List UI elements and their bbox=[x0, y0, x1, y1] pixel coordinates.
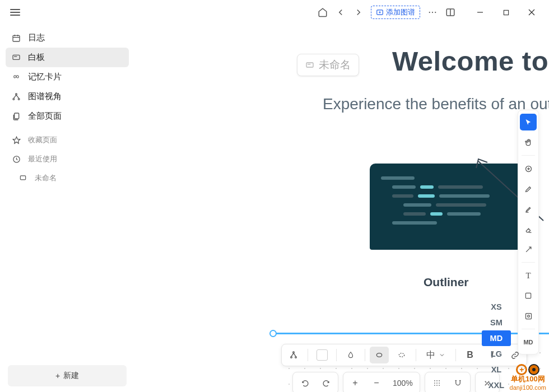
sidebar-item-all-pages[interactable]: 全部页面 bbox=[6, 106, 129, 126]
pages-icon bbox=[11, 111, 21, 122]
home-icon[interactable] bbox=[317, 7, 328, 18]
size-opt-md[interactable]: MD bbox=[482, 330, 511, 346]
select-tool[interactable] bbox=[520, 114, 537, 130]
add-tool[interactable] bbox=[520, 160, 537, 177]
size-opt-xs[interactable]: XS bbox=[482, 299, 511, 315]
shape-hierarchy-button[interactable] bbox=[284, 347, 303, 363]
svg-point-30 bbox=[291, 357, 292, 358]
doc-title-chip[interactable]: 未命名 bbox=[297, 54, 359, 76]
doc-title-label: 未命名 bbox=[319, 58, 351, 72]
forward-icon[interactable] bbox=[353, 7, 364, 18]
sidebar: 日志 白板 记忆卡片 图谱视角 全部页面 收藏页面 bbox=[0, 25, 134, 392]
hand-tool[interactable] bbox=[520, 134, 537, 151]
back-icon[interactable] bbox=[335, 7, 346, 18]
add-graph-label: 添加图谱 bbox=[386, 7, 415, 17]
grid-toggle-button[interactable] bbox=[426, 374, 448, 392]
outliner-label: Outliner bbox=[424, 276, 469, 289]
svg-point-3 bbox=[435, 12, 436, 13]
size-opt-xxl[interactable]: XXL bbox=[482, 377, 511, 392]
sidebar-item-untitled[interactable]: 未命名 bbox=[6, 169, 129, 188]
snap-toggle-button[interactable] bbox=[448, 374, 469, 392]
sidebar-item-whiteboard[interactable]: 白板 bbox=[6, 48, 129, 67]
sidebar-item-journal[interactable]: 日志 bbox=[6, 28, 129, 48]
svg-point-44 bbox=[439, 385, 440, 386]
svg-point-38 bbox=[439, 380, 440, 381]
sidebar-item-label: 图谱视角 bbox=[28, 91, 62, 102]
doc-icon bbox=[305, 60, 314, 69]
sidebar-item-recent[interactable]: 最近使用 bbox=[6, 150, 129, 169]
svg-point-36 bbox=[434, 380, 435, 381]
stroke-solid-button[interactable] bbox=[370, 347, 389, 363]
svg-marker-22 bbox=[13, 137, 20, 143]
font-family-button[interactable]: 中 bbox=[421, 347, 451, 363]
svg-point-40 bbox=[436, 382, 438, 384]
svg-point-43 bbox=[436, 385, 438, 386]
maximize-button[interactable] bbox=[493, 3, 519, 21]
whiteboard-icon bbox=[11, 53, 21, 63]
add-graph-button[interactable]: 添加图谱 bbox=[371, 6, 420, 19]
svg-point-42 bbox=[434, 385, 435, 386]
stroke-dashed-button[interactable] bbox=[392, 347, 411, 363]
doc-icon bbox=[18, 173, 28, 183]
history-icon bbox=[11, 154, 21, 164]
new-button[interactable]: + 新建 bbox=[8, 365, 127, 386]
eraser-tool[interactable] bbox=[520, 221, 537, 237]
hamburger-icon[interactable] bbox=[9, 6, 21, 18]
text-tool[interactable]: T bbox=[520, 267, 537, 284]
shape-tool[interactable] bbox=[520, 287, 537, 304]
svg-point-1 bbox=[429, 12, 430, 13]
redo-button[interactable] bbox=[315, 374, 337, 392]
size-opt-xl[interactable]: XL bbox=[482, 362, 511, 377]
tool-panel: T MD bbox=[518, 110, 539, 354]
calendar-icon bbox=[11, 33, 21, 43]
svg-point-2 bbox=[432, 12, 433, 13]
svg-rect-54 bbox=[525, 313, 531, 319]
svg-rect-10 bbox=[13, 35, 20, 41]
canvas-toolbar: + − 100% bbox=[292, 372, 500, 392]
svg-point-55 bbox=[527, 315, 529, 317]
svg-point-34 bbox=[376, 353, 381, 357]
zoom-out-button[interactable]: − bbox=[366, 374, 387, 392]
sidebar-item-graph[interactable]: 图谱视角 bbox=[6, 87, 129, 106]
size-opt-sm[interactable]: SM bbox=[482, 315, 511, 330]
bold-button[interactable]: B bbox=[460, 347, 480, 363]
canvas[interactable]: 未命名 Welcome to White Experience the bene… bbox=[134, 25, 549, 392]
plus-icon: + bbox=[55, 371, 60, 380]
sidebar-item-label: 最近使用 bbox=[28, 154, 57, 164]
zoom-level[interactable]: 100% bbox=[387, 374, 418, 392]
svg-line-20 bbox=[16, 95, 19, 98]
sidebar-item-flashcards[interactable]: 记忆卡片 bbox=[6, 67, 129, 87]
sidebar-item-label: 白板 bbox=[28, 52, 45, 63]
undo-button[interactable] bbox=[294, 374, 315, 392]
more-icon[interactable] bbox=[427, 7, 438, 18]
pen-tool[interactable] bbox=[520, 180, 537, 197]
connector-tool[interactable] bbox=[520, 241, 537, 258]
size-picker: XS SM MD LG XL XXL bbox=[482, 299, 511, 392]
md-tool[interactable]: MD bbox=[520, 334, 537, 351]
highlighter-tool[interactable] bbox=[520, 200, 537, 217]
opacity-button[interactable] bbox=[341, 347, 360, 363]
svg-point-41 bbox=[439, 382, 440, 384]
infinity-icon bbox=[11, 72, 21, 82]
icon-tool[interactable] bbox=[520, 307, 537, 324]
hero-subtitle: Experience the benefits of an outliner o… bbox=[323, 95, 549, 113]
svg-line-32 bbox=[291, 353, 294, 357]
sidebar-item-label: 全部页面 bbox=[28, 111, 62, 122]
zoom-in-button[interactable]: + bbox=[345, 374, 366, 392]
panel-icon[interactable] bbox=[445, 7, 456, 18]
svg-rect-21 bbox=[15, 113, 19, 119]
size-opt-lg[interactable]: LG bbox=[482, 346, 511, 362]
sidebar-item-favorites[interactable]: 收藏页面 bbox=[6, 130, 129, 150]
titlebar: 添加图谱 bbox=[0, 0, 549, 25]
svg-rect-25 bbox=[306, 63, 313, 67]
new-button-label: 新建 bbox=[63, 371, 79, 381]
svg-point-31 bbox=[295, 357, 297, 358]
hero-title: Welcome to White bbox=[392, 44, 549, 78]
svg-point-29 bbox=[293, 352, 295, 353]
outliner-card[interactable] bbox=[370, 164, 536, 250]
svg-point-17 bbox=[13, 98, 15, 100]
svg-point-39 bbox=[434, 382, 435, 384]
color-swatch-button[interactable] bbox=[313, 347, 332, 363]
minimize-button[interactable] bbox=[467, 3, 493, 21]
close-button[interactable] bbox=[519, 3, 545, 21]
